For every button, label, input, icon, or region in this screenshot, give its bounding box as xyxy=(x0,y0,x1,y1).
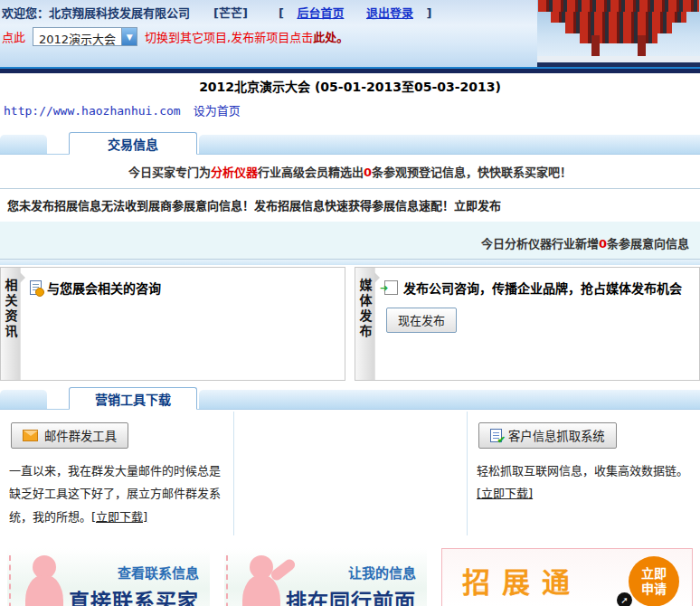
page: 欢迎您：北京翔展科技发展有限公司 [芒芒] [ 后台首页 退出登录 ] 点此 2… xyxy=(0,0,700,606)
customer-capture-tool-label: 客户信息抓取系统 xyxy=(508,427,605,444)
envelope-icon xyxy=(23,430,38,441)
site-url-row: http://www.haozhanhui.com 设为首页 xyxy=(0,98,700,126)
email-blast-tool-button[interactable]: 邮件群发工具 xyxy=(11,422,128,449)
exhibition-notice-text: 您未发布招展信息无法收到展商参展意向信息！发布招展信息快速获得参展信息速配！ xyxy=(7,199,454,213)
project-switch-row: 点此 2012演示大会 ▼ 切换到其它项目,发布新项目点击此处。 xyxy=(0,24,700,49)
related-news-title: 与您展会相关的咨询 xyxy=(47,279,161,297)
rank-first-text: 让我的信息 排在同行前面 xyxy=(286,563,416,606)
notice-count: 0 xyxy=(364,166,372,179)
email-blast-tool-label: 邮件群发工具 xyxy=(44,427,117,444)
project-select[interactable]: 2012演示大会 ▼ xyxy=(33,27,137,46)
related-news-panel: 相关资讯 与您展会相关的咨询 xyxy=(0,267,345,381)
media-publish-panel: 媒体发布 发布公司咨询，传播企业品牌，抢占媒体发布机会 现在发布 xyxy=(355,267,700,381)
zhaozhantong-banner[interactable]: 招展通 招展通 立即申请 ➚ 申请热线：010-68335476 xyxy=(441,548,693,606)
document-check-icon xyxy=(490,429,502,442)
media-publish-title: 发布公司咨询，传播企业品牌，抢占媒体发布机会 xyxy=(403,279,682,297)
customer-capture-tool-button[interactable]: 客户信息抓取系统 xyxy=(478,422,617,449)
media-publish-side-label: 媒体发布 xyxy=(356,279,374,380)
publish-now-link[interactable]: 立即发布 xyxy=(454,199,501,213)
project-select-value: 2012演示大会 xyxy=(33,28,121,45)
zhaozhantong-title-reflection: 招展通 xyxy=(462,589,582,601)
media-publish-title-row: 发布公司咨询，传播企业品牌，抢占媒体发布机会 xyxy=(384,279,690,297)
tabbar-filler xyxy=(199,390,700,409)
publish-arrow-icon xyxy=(384,280,398,295)
tab-trade-info[interactable]: 交易信息 xyxy=(69,132,197,155)
switch-period: 。 xyxy=(336,28,348,45)
capture-tool-download-link[interactable]: [立即下载] xyxy=(477,487,533,500)
email-tool-column: 邮件群发工具 一直以来，我在群发大量邮件的时候总是缺乏好工具这下好了，展立方邮件… xyxy=(0,412,233,535)
contact-buyers-line1: 查看联系信息 xyxy=(69,563,199,582)
header-banner: 欢迎您：北京翔展科技发展有限公司 [芒芒] [ 后台首页 退出登录 ] 点此 2… xyxy=(0,0,700,67)
industry-stat-line: 今日分析仪器行业新增0条参展意向信息 xyxy=(0,222,700,259)
notice-text: 今日买家专门为 xyxy=(128,166,211,179)
page-title: 2012北京演示大会 (05-01-2013至05-03-2013) xyxy=(0,73,700,98)
apply-now-button[interactable]: 立即申请 xyxy=(629,556,679,606)
tools-tabbar: 营销工具下载 xyxy=(0,386,700,410)
welcome-text: 欢迎您：北京翔展科技发展有限公司 xyxy=(2,4,190,21)
contact-buyers-text: 查看联系信息 直接联系买家 xyxy=(69,563,199,606)
backstage-home-link[interactable]: 后台首页 xyxy=(297,6,344,20)
trade-tabbar: 交易信息 xyxy=(0,131,700,155)
exhibition-notice-line: 您未发布招展信息无法收到展商参展意向信息！发布招展信息快速获得参展信息速配！立即… xyxy=(0,189,700,222)
media-publish-body: 发布公司咨询，传播企业品牌，抢占媒体发布机会 现在发布 xyxy=(375,268,699,380)
switch-project-text: 切换到其它项目,发布新项目点击 xyxy=(145,28,313,45)
header-nav: [ 后台首页 退出登录 ] xyxy=(279,4,432,21)
contact-buyers-line2: 直接联系买家 xyxy=(69,584,199,606)
tabbar-filler xyxy=(199,135,700,154)
publish-now-button[interactable]: 现在发布 xyxy=(386,308,457,333)
site-url-link[interactable]: http://www.haozhanhui.com xyxy=(4,104,181,118)
contact-buyers-banner[interactable]: 查看联系信息 直接联系买家 ➔ xyxy=(7,548,210,606)
notice-industry: 分析仪器 xyxy=(211,166,258,179)
tabbar-left-cap xyxy=(0,390,47,409)
stat-text: 条参展意向信息 xyxy=(607,237,689,251)
capture-tool-description: 轻松抓取互联网信息，收集高效数据链。[立即下载] xyxy=(477,459,691,506)
capture-tool-column: 客户信息抓取系统 轻松抓取互联网信息，收集高效数据链。[立即下载] xyxy=(467,412,700,535)
rank-first-line1: 让我的信息 xyxy=(286,563,416,582)
media-publish-side-strip: 媒体发布 xyxy=(355,268,375,380)
related-news-title-row: 与您展会相关的咨询 xyxy=(30,279,336,297)
related-news-side-label: 相关资讯 xyxy=(2,279,20,380)
email-tool-download-link[interactable]: [立即下载] xyxy=(91,510,147,524)
apply-arrow-icon: ➚ xyxy=(617,592,632,606)
city-skyline xyxy=(537,56,700,62)
document-coin-icon xyxy=(30,280,42,295)
chevron-down-icon[interactable]: ▼ xyxy=(121,28,137,45)
buyer-notice: 今日买家专门为分析仪器行业高级会员精选出0条参观预登记信息，快快联系买家吧！ xyxy=(0,155,700,186)
stat-text: 今日分析仪器行业新增 xyxy=(481,237,599,251)
notice-text: 条参观预登记信息，快快联系买家吧！ xyxy=(372,166,572,179)
bracket-close: ] xyxy=(426,6,431,20)
info-panels-row: 相关资讯 与您展会相关的咨询 媒体发布 发布公司咨询，传播企业品牌，抢占媒体发布… xyxy=(0,267,700,381)
related-news-side-strip: 相关资讯 xyxy=(1,268,21,380)
tab-marketing-tools[interactable]: 营销工具下载 xyxy=(69,387,197,410)
notice-text: 行业高级会员精选出 xyxy=(258,166,364,179)
set-homepage-link[interactable]: 设为首页 xyxy=(194,104,241,118)
exhibition-notice-box: 您未发布招展信息无法收到展商参展意向信息！发布招展信息快速获得参展信息速配！立即… xyxy=(0,188,700,260)
promo-banners-row: 查看联系信息 直接联系买家 ➔ 让我的信息 排在同行前面 ➔ 招展通 招展通 立… xyxy=(0,548,700,606)
rank-first-banner[interactable]: 让我的信息 排在同行前面 ➔ xyxy=(224,548,427,606)
tabbar-left-cap xyxy=(0,135,47,154)
logout-link[interactable]: 退出登录 xyxy=(366,6,413,20)
person-waving-silhouette xyxy=(237,555,291,606)
email-tool-description: 一直以来，我在群发大量邮件的时候总是缺乏好工具这下好了，展立方邮件群发系统，我的… xyxy=(9,459,224,528)
bracket-open: [ xyxy=(279,6,284,20)
click-here-label: 点此 xyxy=(2,28,25,45)
tools-row: 邮件群发工具 一直以来，我在群发大量邮件的时候总是缺乏好工具这下好了，展立方邮件… xyxy=(0,412,700,535)
water-band xyxy=(537,62,700,67)
capture-tool-desc-text: 轻松抓取互联网信息，收集高效数据链。 xyxy=(477,464,688,478)
switch-here-link[interactable]: 此处 xyxy=(313,28,336,45)
person-silhouette xyxy=(20,555,74,606)
section-divider-strip xyxy=(0,260,700,265)
rank-first-line2: 排在同行前面 xyxy=(286,584,416,606)
stat-count: 0 xyxy=(599,237,607,251)
related-news-body: 与您展会相关的咨询 xyxy=(21,268,345,380)
user-tag: [芒芒] xyxy=(213,4,248,21)
empty-tool-column xyxy=(233,412,467,535)
welcome-row: 欢迎您：北京翔展科技发展有限公司 [芒芒] [ 后台首页 退出登录 ] xyxy=(0,0,700,24)
